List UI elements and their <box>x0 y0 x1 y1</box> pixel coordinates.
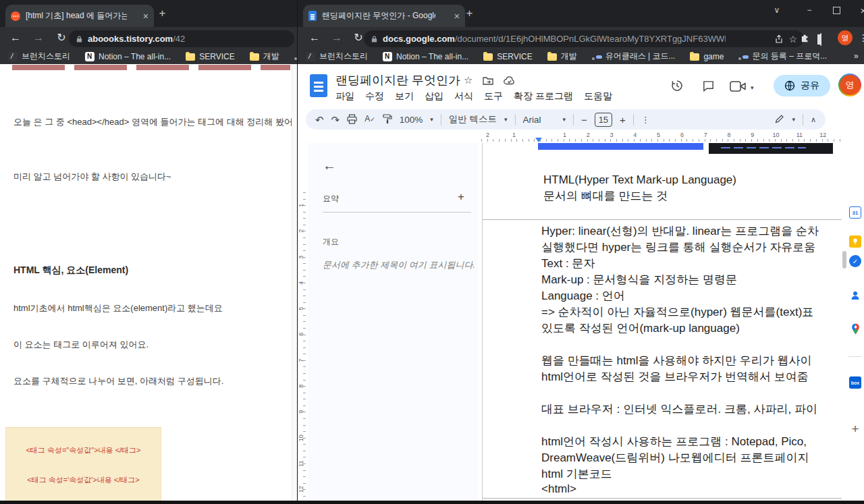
decrease-font-size-icon[interactable]: − <box>581 115 587 125</box>
zoom-dropdown-icon[interactable]: ▾ <box>430 116 433 123</box>
doc-body-text[interactable]: Hyper: linear(선형)의 반대말. linear는 프로그램을 순차… <box>541 223 840 499</box>
browser-profile-avatar[interactable]: 영 <box>838 30 853 45</box>
left-new-tab-button[interactable]: + <box>157 8 168 20</box>
font-dropdown-icon[interactable]: ▾ <box>563 116 566 123</box>
bookmark-item[interactable]: SERVICE <box>186 52 234 61</box>
bookmark-item[interactable]: 개발 <box>250 51 279 62</box>
right-address-bar[interactable]: docs.google.com/document/d/1E6jhOHlMBOPn… <box>364 30 804 47</box>
clipped-links-row[interactable] <box>12 65 290 70</box>
menu-item[interactable]: 서식 <box>450 89 477 104</box>
side-panel-icon[interactable] <box>820 34 821 46</box>
video-call-dropdown-icon[interactable]: ▾ <box>751 84 754 91</box>
left-active-tab[interactable]: [html 기초] head 에 들어가는 태 × <box>5 5 154 27</box>
forward-icon[interactable]: → <box>31 30 46 45</box>
undo-icon[interactable]: ↶ <box>315 115 324 125</box>
collapse-toolbar-icon[interactable]: ∧ <box>811 115 816 125</box>
window-menu-chevron-icon[interactable]: ∨ <box>763 0 790 20</box>
menu-item[interactable]: 삽입 <box>421 89 448 104</box>
editing-mode-pencil-icon[interactable] <box>775 114 784 125</box>
bookmark-item[interactable]: 유어클래스 | 코드... <box>592 51 676 62</box>
spellcheck-icon[interactable]: A✓ <box>364 114 375 125</box>
keep-icon[interactable] <box>849 235 861 248</box>
left-tab-close-icon[interactable]: × <box>143 11 148 21</box>
right-active-tab[interactable]: 랜딩페이지란 무엇인가 - Google × <box>303 5 465 27</box>
document-title[interactable]: 랜딩페이지란 무엇인가 <box>335 72 460 88</box>
tasks-icon[interactable]: ✓ <box>849 255 861 267</box>
side-panel-divider <box>848 356 862 357</box>
share-page-icon[interactable] <box>774 34 784 44</box>
box-addon-icon[interactable]: box <box>849 376 861 389</box>
maximize-icon[interactable] <box>823 0 850 20</box>
style-dropdown-icon[interactable]: ▾ <box>504 116 508 123</box>
right-new-tab-button[interactable]: + <box>464 8 475 20</box>
toolbar-more-kebab-icon[interactable]: ⋮ <box>641 115 650 125</box>
extensions-puzzle-icon[interactable] <box>800 32 811 46</box>
bookmark-item[interactable]: 브런치스토리 <box>306 51 368 62</box>
ruler-numbers: 123456789101112 <box>479 132 835 138</box>
minimize-icon[interactable]: − <box>796 0 823 20</box>
google-docs-logo[interactable] <box>310 74 327 97</box>
right-tab-close-icon[interactable]: × <box>454 11 460 21</box>
menu-item[interactable]: 도구 <box>480 89 507 104</box>
outline-divider <box>323 212 471 213</box>
bookmark-item[interactable]: 문의 등록 – 프로덕... <box>738 51 827 62</box>
menu-item[interactable]: 확장 프로그램 <box>510 89 577 104</box>
zoom-select[interactable]: 100% <box>400 115 423 125</box>
maps-icon[interactable] <box>849 323 861 335</box>
share-button[interactable]: 공유 <box>774 75 830 96</box>
document-saved-cloud-icon[interactable] <box>504 76 515 88</box>
menu-item[interactable]: 도움말 <box>580 89 616 104</box>
print-icon[interactable] <box>347 114 357 125</box>
bookmark-item[interactable]: 개발 <box>547 51 577 62</box>
get-addons-plus-icon[interactable]: + <box>849 423 861 435</box>
docs-profile-avatar[interactable]: 영 <box>838 74 861 96</box>
vertical-ruler[interactable]: 123456789101112 <box>298 143 307 501</box>
editing-mode-dropdown-icon[interactable]: ▾ <box>792 116 795 123</box>
video-call-icon[interactable] <box>730 81 747 94</box>
move-to-folder-icon[interactable] <box>483 76 493 88</box>
docs-menu-bar: 파일수정보기삽입서식도구확장 프로그램도움말 <box>331 89 616 104</box>
bookmark-star-icon[interactable]: ☆ <box>788 34 797 45</box>
bookmark-item[interactable]: Notion – The all-in... <box>85 52 171 61</box>
bookmark-item[interactable]: Notion – The all-in... <box>383 52 468 61</box>
forward-icon[interactable]: → <box>329 30 344 45</box>
document-page[interactable]: HTML(Hyper Text Mark-up Language) 문서의 뼈대… <box>482 143 842 501</box>
star-document-icon[interactable]: ☆ <box>464 74 473 86</box>
font-size-input[interactable]: 15 <box>595 113 612 127</box>
left-address-bar[interactable]: aboooks.tistory.com/42 <box>69 30 294 47</box>
doc-text-line <box>541 418 840 434</box>
bookmarks-overflow-chevron[interactable]: » <box>854 51 859 61</box>
close-window-icon[interactable]: × <box>850 0 864 20</box>
paint-format-icon[interactable] <box>383 114 392 125</box>
comments-icon[interactable] <box>702 80 715 95</box>
add-summary-button[interactable]: + <box>458 190 464 204</box>
back-icon[interactable]: ← <box>8 30 23 45</box>
calendar-icon[interactable]: 31 <box>849 206 861 219</box>
menu-item[interactable]: 수정 <box>361 89 388 104</box>
contacts-icon[interactable] <box>849 289 861 302</box>
font-select[interactable]: Arial <box>523 115 556 125</box>
increase-font-size-icon[interactable]: + <box>620 115 626 125</box>
close-outline-arrow-icon[interactable]: ← <box>323 158 336 173</box>
bookmark-item[interactable]: SERVICE <box>483 52 532 61</box>
browser-menu-kebab-icon[interactable]: ⋮ <box>859 32 864 43</box>
menu-item[interactable]: 파일 <box>331 89 358 104</box>
redo-icon[interactable]: ↷ <box>331 115 340 125</box>
outline-placeholder: 문서에 추가한 제목이 여기 표시됩니다. <box>323 259 475 271</box>
blog-scrollbar[interactable] <box>292 64 297 501</box>
horizontal-ruler[interactable]: 2 1 123456789101112 <box>479 132 841 142</box>
back-icon[interactable]: ← <box>307 30 322 45</box>
ruler-number: 2 <box>576 132 600 138</box>
menu-item[interactable]: 보기 <box>391 89 418 104</box>
indent-marker[interactable] <box>535 138 542 142</box>
reload-icon[interactable]: ↻ <box>54 30 69 45</box>
doc-heading-line: 문서의 뼈대를 만드는 것 <box>543 188 668 204</box>
bookmark-item[interactable]: 브런치스토리 <box>8 51 70 62</box>
bookmark-item[interactable]: game <box>690 52 724 61</box>
tag-example-line: <태그 속성="속성값">내용 </태그> <box>6 445 161 455</box>
paragraph-style-select[interactable]: 일반 텍스트 <box>449 113 497 125</box>
version-history-icon[interactable] <box>670 79 684 95</box>
scrolled-dark-table-cell <box>709 143 833 154</box>
ruler-number: 9 <box>740 132 764 138</box>
docs-scrollbar-thumb[interactable] <box>842 251 846 269</box>
